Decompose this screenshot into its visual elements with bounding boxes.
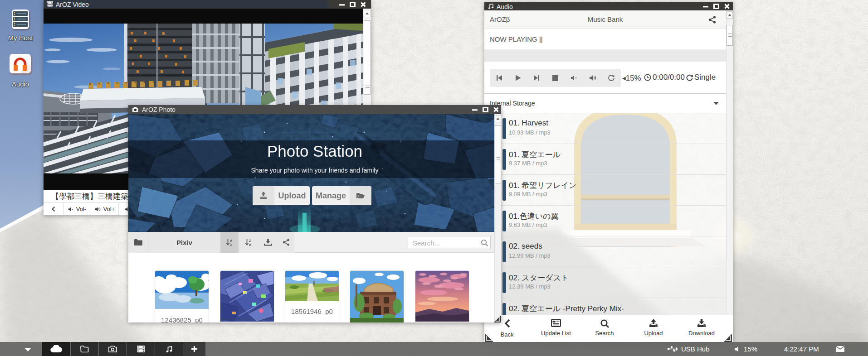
svg-text:A: A: [230, 239, 233, 243]
svg-text:Z: Z: [249, 239, 251, 243]
svg-text:A: A: [249, 243, 252, 246]
svg-text:Z: Z: [230, 243, 232, 246]
